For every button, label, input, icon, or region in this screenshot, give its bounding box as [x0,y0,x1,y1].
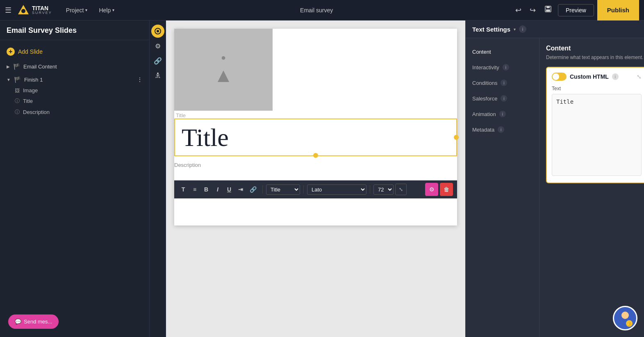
right-panel: Text Settings ▾ i Content Interactivity … [465,20,644,337]
slide-canvas-wrapper: ● ▲ Title Title Description [174,29,457,225]
right-panel-title: Text Settings [472,26,510,33]
menu-icon[interactable]: ☰ [5,6,11,15]
add-slide-button[interactable]: + Add Slide [0,44,149,59]
custom-html-info-icon[interactable]: i [612,73,619,80]
slide-group-header-email-content[interactable]: ▶ 🏴 Email Content [0,61,149,72]
image-icon: ● ▲ [214,53,233,87]
section-nav-metadata[interactable]: Metadata i [466,122,539,137]
section-nav-interactivity[interactable]: Interactivity i [466,60,539,75]
italic-button[interactable]: I [213,184,223,194]
underline-button[interactable]: U [224,184,234,194]
slide-canvas[interactable]: ● ▲ Title Title Description [174,29,457,225]
divider [262,185,263,194]
logo: TITAN SURVEY [17,4,52,16]
section-info-icon: i [501,80,507,86]
title-text[interactable]: Title [182,123,450,151]
title-small-label: Title [174,111,457,118]
image-icon: 🖼 [15,88,20,93]
flag-icon: 🏴 [13,63,20,70]
right-panel-body: Content Interactivity i Conditions i Sal… [466,38,644,337]
slide-child-label: Description [23,109,50,115]
section-nav-animation[interactable]: Animation i [466,107,539,121]
canvas-area[interactable]: ● ▲ Title Title Description [166,20,465,337]
style-select[interactable]: Title Heading Body [266,184,300,195]
format-toolbar: T ≡ B I U ⇥ 🔗 Title Heading Body [174,180,457,198]
undo-button[interactable]: ↩ [513,4,524,16]
section-label: Metadata [472,127,494,133]
section-label: Conditions [472,80,497,86]
indent-button[interactable]: ⇥ [236,184,246,194]
svg-rect-3 [546,6,550,8]
bold-button[interactable]: B [201,184,211,194]
svg-text:👍: 👍 [627,321,632,326]
custom-html-card: Custom HTML i ⤡ Text [546,67,644,183]
slide-group-label: Email Content [23,64,57,70]
custom-html-header: Custom HTML i ⤡ [552,73,642,81]
slide-child-label: Title [23,98,33,104]
font-select[interactable]: Lato Arial Times New Roman [307,184,366,195]
section-nav-salesforce[interactable]: Salesforce i [466,91,539,106]
add-slide-icon: + [7,48,15,56]
panel-chevron-icon[interactable]: ▾ [514,27,516,32]
avatar-widget[interactable]: 👍 [613,306,637,330]
chevron-down-icon: ▼ [7,77,11,82]
section-info-icon: i [498,126,504,133]
section-label: Salesforce [472,96,497,102]
section-nav-content[interactable]: Content [466,45,539,59]
slide-child-label: Image [23,87,38,93]
chat-button[interactable]: 💬 Send mes... [8,314,59,329]
settings-tool-button[interactable]: ⚙ [151,39,164,52]
link-format-button[interactable]: 🔗 [247,184,259,194]
title-element[interactable]: Title [174,118,457,156]
expand-button[interactable]: ⤡ [395,184,407,195]
nav-project[interactable]: Project ▾ [60,0,93,20]
slide-top-row: ● ▲ [174,29,457,111]
svg-point-6 [157,30,159,32]
section-nav-conditions[interactable]: Conditions i [466,75,539,90]
info-circle-icon: ⓘ [15,109,20,116]
canvas-tools: ⚙ 🔗 [150,20,166,337]
slide-child-image[interactable]: 🖼 Image [15,85,149,96]
sidebar-content: + Add Slide ▶ 🏴 Email Content ▼ 🏴 Finish… [0,40,149,337]
chevron-right-icon: ▶ [7,64,10,69]
chat-icon: 💬 [15,319,21,325]
text-input[interactable] [552,94,642,176]
content-editor-description: Determine what text appears in this elem… [546,55,644,60]
size-select[interactable]: 72 48 36 24 [373,184,394,195]
slide-group-header-finish-1[interactable]: ▼ 🏴 Finish 1 ⋮ [0,74,149,85]
element-settings-button[interactable]: ⚙ [425,183,438,196]
section-info-icon: i [499,111,506,117]
svg-point-7 [157,73,159,74]
custom-html-label: Custom HTML [570,73,609,80]
resize-handle-right[interactable] [454,135,459,140]
align-button[interactable]: ≡ [190,184,200,194]
text-format-button[interactable]: T [178,184,188,194]
svg-rect-4 [546,9,550,11]
slide-children: 🖼 Image ⓘ Title ⓘ Description [0,85,149,118]
slide-group-finish-1: ▼ 🏴 Finish 1 ⋮ 🖼 Image ⓘ Title ⓘ [0,74,149,118]
preview-button[interactable]: Preview [558,4,594,16]
accessibility-tool-button[interactable] [151,69,164,82]
slide-child-description[interactable]: ⓘ Description [15,107,149,118]
expand-editor-icon[interactable]: ⤡ [637,73,642,80]
brush-tool-button[interactable] [151,25,164,38]
custom-html-toggle[interactable] [552,73,567,81]
publish-button[interactable]: Publish [597,0,639,20]
info-circle-icon: ⓘ [15,98,20,105]
description-label: Description [174,160,457,170]
toggle-knob [553,73,559,80]
element-delete-button[interactable]: 🗑 [440,183,453,196]
image-placeholder[interactable]: ● ▲ [174,29,273,111]
topbar: ☰ TITAN SURVEY Project ▾ Help ▾ Email su… [0,0,644,20]
canvas-wrapper: ⚙ 🔗 ● ▲ [150,20,465,337]
redo-button[interactable]: ↪ [527,4,538,16]
panel-info-icon[interactable]: i [519,25,526,33]
nav-help[interactable]: Help ▾ [93,0,120,20]
more-options-icon[interactable]: ⋮ [137,76,143,83]
link-tool-button[interactable]: 🔗 [151,54,164,67]
sidebar-title: Email Survey Slides [0,26,149,40]
slide-child-title[interactable]: ⓘ Title [15,96,149,107]
resize-handle-bottom[interactable] [313,153,318,158]
save-button[interactable] [542,3,555,17]
project-chevron-icon: ▾ [85,8,87,12]
